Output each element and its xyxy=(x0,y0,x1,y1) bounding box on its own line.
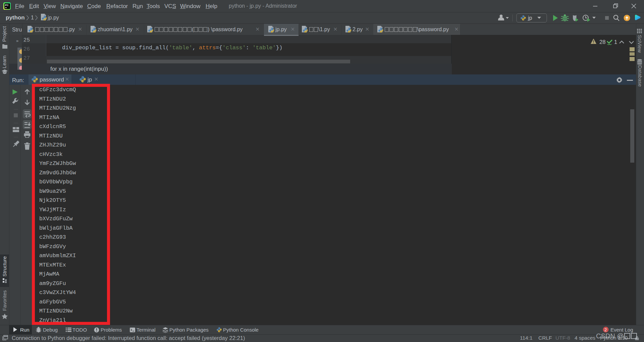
svg-text:28: 28 xyxy=(599,39,605,45)
svg-text:1: 1 xyxy=(614,39,617,45)
svg-text:PC: PC xyxy=(5,4,9,7)
svg-text:2: 2 xyxy=(604,327,607,332)
svg-text:jp: jp xyxy=(528,15,532,21)
